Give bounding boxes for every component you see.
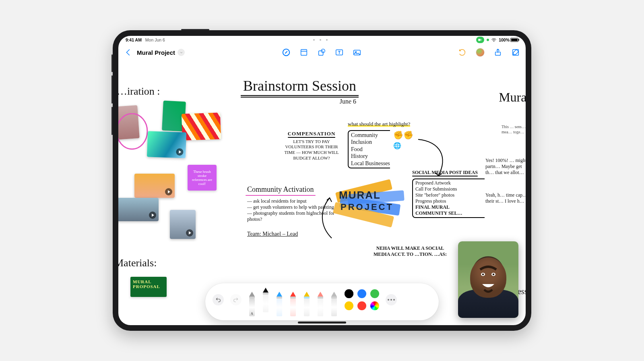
volume-button [111, 107, 113, 135]
right-paragraph: This … sens… mea… toge… [502, 124, 526, 135]
inspiration-heading: …iration : [118, 85, 160, 98]
undo-icon[interactable] [458, 48, 467, 57]
sticky-note-icon[interactable] [299, 48, 308, 57]
right-yes: Yes! 100%! … might partn… Maybe get th… … [485, 158, 526, 176]
tool-row: A [248, 292, 338, 316]
board-title[interactable]: Mural Project [137, 49, 175, 56]
tool-pencil[interactable]: A [248, 292, 256, 316]
right-yeah: Yeah, h… time cap… their st… I love h… [485, 192, 526, 204]
play-icon [186, 229, 193, 237]
text-box-icon[interactable] [335, 48, 344, 57]
media-insert-icon[interactable] [353, 48, 361, 57]
status-date: Mon Jun 6 [145, 37, 165, 42]
color-swatch[interactable] [370, 301, 379, 310]
canvas-title: Brainstorm Session [243, 77, 356, 95]
battery-pct: 100% [499, 37, 510, 42]
undo-button[interactable] [213, 294, 224, 305]
social-list: Proposed Artwork Call For Submissions Si… [412, 178, 485, 218]
tool-eraser[interactable] [316, 292, 324, 316]
wifi-icon [491, 38, 496, 42]
ipad-device-frame: 9:41 AM Mon Jun 6 100% [113, 30, 531, 331]
tool-paint[interactable] [303, 292, 311, 316]
power-button [181, 29, 209, 30]
back-button[interactable] [124, 48, 133, 57]
battery-indicator: 100% [499, 37, 518, 42]
volume-button [111, 75, 113, 104]
svg-point-10 [118, 114, 147, 149]
collaborator-avatar[interactable] [476, 48, 485, 57]
compensation-body: LET'S TRY TO PAY VOLUNTEERS FOR THEIR TI… [279, 139, 344, 161]
tool-highlighter[interactable] [289, 292, 297, 316]
tool-ruler[interactable] [330, 292, 338, 316]
compose-icon[interactable] [511, 48, 520, 57]
play-icon [149, 212, 156, 219]
screen: 9:41 AM Mon Jun 6 100% [118, 36, 526, 325]
home-indicator[interactable] [298, 322, 346, 324]
color-swatch[interactable] [357, 289, 366, 298]
photo-thumb[interactable] [134, 174, 175, 198]
facetime-pip[interactable] [458, 241, 518, 318]
pen-tool-icon[interactable] [282, 48, 291, 57]
neha-note: NEHA WILL MAKE A SOCIAL MEDIA ACCT. TO …… [372, 245, 448, 257]
photo-thumb[interactable] [147, 131, 186, 158]
title-menu-button[interactable] [178, 49, 185, 56]
play-icon [176, 148, 184, 156]
compensation-heading: COMPENSATION [288, 131, 336, 137]
svg-point-14 [493, 274, 495, 276]
mural-logo: MURAL PROJECT [332, 182, 404, 230]
status-bar: 9:41 AM Mon Jun 6 100% [118, 36, 526, 44]
highlight-list: Community Inclusion Food History Local B… [348, 130, 390, 169]
fist-doodle: ✊✊🌐 [393, 130, 413, 169]
photo-thumb[interactable] [118, 198, 159, 221]
shape-insert-icon[interactable] [317, 48, 326, 57]
photo-thumb[interactable] [170, 210, 196, 239]
more-button[interactable] [386, 294, 397, 305]
social-heading: SOCIAL MEDIA POST IDEAS [412, 170, 478, 176]
materials-heading: Materials: [118, 257, 157, 270]
share-icon[interactable] [493, 48, 502, 57]
redo-button[interactable] [230, 294, 242, 305]
app-toolbar: Mural Project [118, 44, 526, 61]
color-swatch[interactable] [345, 301, 353, 310]
volume-button [111, 54, 113, 72]
play-icon [165, 188, 172, 195]
proposal-card[interactable]: MURAL PROPOSAL [130, 277, 167, 297]
facetime-pill[interactable] [476, 37, 484, 43]
tool-marker[interactable] [275, 292, 283, 316]
photo-thumb[interactable] [182, 112, 221, 140]
svg-point-0 [493, 41, 494, 41]
color-swatch[interactable] [345, 289, 353, 298]
multitask-dots[interactable] [313, 39, 328, 41]
pencil-palette: A [205, 283, 439, 320]
status-time: 9:41 AM [126, 37, 142, 42]
activation-heading: Community Activation [247, 185, 314, 194]
canvas-title-date: June 6 [243, 98, 356, 106]
color-swatch[interactable] [370, 289, 379, 298]
svg-rect-2 [301, 50, 307, 56]
right-title: Mural ( [499, 89, 526, 105]
sticky-note[interactable]: These brush stroke references are cool! [188, 165, 217, 191]
freeform-canvas[interactable]: Brainstorm Session June 6 …iration : The… [118, 61, 526, 325]
highlight-question: what should the art highlight? [348, 121, 410, 127]
tool-pen[interactable] [262, 288, 270, 312]
svg-point-12 [482, 274, 484, 276]
location-dot [487, 39, 489, 41]
svg-rect-3 [318, 51, 323, 55]
color-swatch[interactable] [357, 301, 366, 310]
color-picker [345, 289, 379, 310]
face-illustration [470, 257, 506, 298]
